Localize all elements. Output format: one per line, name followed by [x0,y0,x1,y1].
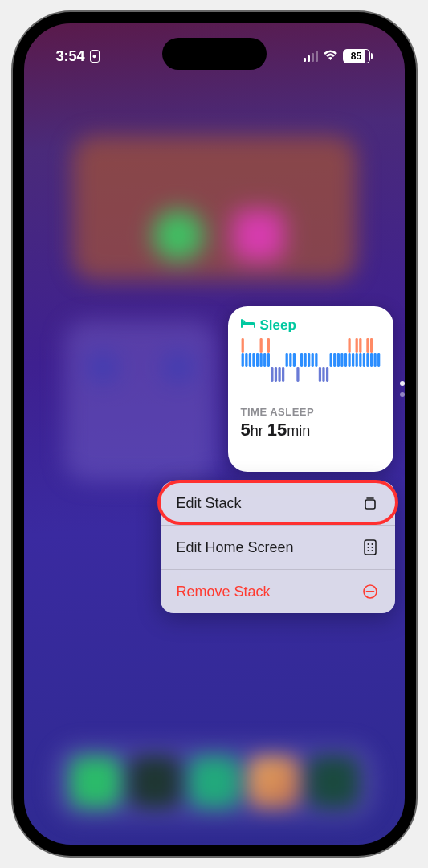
svg-rect-29 [348,353,350,367]
svg-rect-16 [285,353,287,367]
svg-rect-7 [369,338,372,353]
svg-rect-3 [348,338,350,353]
svg-rect-8 [241,353,243,367]
stack-icon [361,494,379,512]
dynamic-island [162,38,267,70]
svg-rect-9 [245,353,247,367]
svg-rect-23 [315,353,317,367]
svg-rect-30 [352,353,354,367]
bed-icon [241,318,255,333]
svg-rect-36 [373,353,376,367]
svg-rect-10 [248,353,251,367]
svg-rect-26 [336,353,339,367]
dock-app-2[interactable] [129,756,181,808]
svg-rect-14 [263,353,266,367]
widget-header: Sleep [241,317,381,334]
phone-frame: 3:54 ● 85 [13,12,416,856]
svg-rect-34 [366,353,369,367]
svg-rect-20 [304,353,306,367]
svg-rect-38 [271,367,273,382]
svg-rect-12 [255,353,258,367]
svg-rect-25 [333,353,336,367]
remove-minus-icon [361,583,379,600]
svg-rect-47 [365,540,376,555]
svg-rect-39 [274,367,276,382]
svg-point-52 [367,550,369,551]
svg-rect-27 [340,353,343,367]
svg-rect-24 [329,353,332,367]
background-widget-music [72,136,357,280]
dock [51,742,377,822]
apps-grid-icon [361,538,379,556]
svg-rect-4 [355,338,357,353]
cellular-icon [304,51,318,62]
svg-rect-19 [300,353,302,367]
svg-rect-13 [259,353,262,367]
svg-rect-17 [289,353,291,367]
status-indicators: 85 [304,48,373,65]
svg-point-49 [371,543,373,545]
menu-edit-home-screen[interactable]: Edit Home Screen [161,526,395,570]
svg-rect-6 [366,338,369,353]
svg-rect-43 [318,367,320,382]
sleep-widget[interactable]: Sleep TIME ASLEEP 5hr 15min [228,306,393,472]
sleep-stages-chart [241,338,381,396]
svg-rect-28 [344,353,346,367]
widget-page-dots [400,381,405,397]
minutes-unit: min [287,423,310,439]
svg-rect-46 [365,500,375,509]
svg-rect-45 [325,367,328,382]
menu-edit-home-label: Edit Home Screen [177,539,294,556]
hours-unit: hr [251,423,263,439]
svg-rect-21 [308,353,310,367]
svg-rect-31 [355,353,357,367]
svg-point-48 [367,543,369,545]
svg-rect-37 [377,353,380,367]
status-time-group: 3:54 ● [56,48,100,65]
dock-app-5[interactable] [308,756,359,808]
screen: 3:54 ● 85 [24,23,405,845]
svg-rect-35 [369,353,372,367]
menu-remove-stack[interactable]: Remove Stack [161,570,395,613]
svg-rect-32 [359,353,361,367]
svg-rect-22 [311,353,313,367]
svg-rect-18 [292,353,295,367]
svg-rect-44 [322,367,324,382]
svg-rect-15 [267,353,269,367]
svg-rect-41 [282,367,284,382]
menu-edit-stack[interactable]: Edit Stack [161,481,395,526]
dock-app-1[interactable] [70,756,121,808]
hours-number: 5 [241,420,251,440]
svg-rect-1 [259,338,262,353]
svg-rect-2 [267,338,269,353]
focus-person-icon: ● [90,50,100,63]
svg-rect-0 [241,338,243,353]
status-time: 3:54 [56,48,85,65]
metric-label: TIME ASLEEP [241,406,381,418]
background-widget-left [64,321,217,481]
svg-rect-11 [252,353,255,367]
svg-rect-5 [359,338,361,353]
menu-edit-stack-label: Edit Stack [177,495,242,512]
svg-point-53 [371,550,373,551]
metric-value: 5hr 15min [241,420,381,440]
svg-point-50 [367,547,369,548]
widget-title: Sleep [260,317,296,334]
svg-point-51 [371,547,373,548]
dock-app-4[interactable] [248,756,300,808]
battery-icon: 85 [343,49,373,63]
menu-remove-stack-label: Remove Stack [177,583,271,600]
svg-rect-42 [296,367,299,382]
dock-app-3[interactable] [189,756,240,808]
svg-rect-33 [362,353,365,367]
minutes-number: 15 [267,420,287,440]
widget-context-menu: Edit Stack Edit Home Screen Remove Stack [161,481,395,613]
battery-level: 85 [343,49,370,63]
svg-rect-40 [278,367,280,382]
wifi-icon [323,48,338,65]
